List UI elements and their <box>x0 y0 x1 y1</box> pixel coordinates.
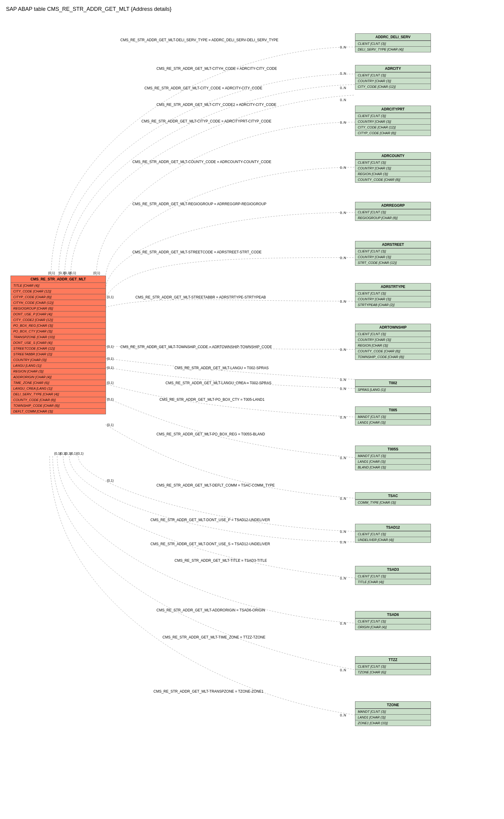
entity-field: CLIENT [CLNT (3)] <box>355 290 431 296</box>
entity-field: DEFLT_COMM [CHAR (3)] <box>11 408 106 414</box>
relation-label: CMS_RE_STR_ADDR_GET_MLT-CITY_CODE2 = ADR… <box>156 103 276 107</box>
er-diagram: CMS_RE_STR_ADDR_GET_MLT TITLE [CHAR (4)]… <box>6 18 498 816</box>
relation-label: CMS_RE_STR_ADDR_GET_MLT-COUNTY_CODE = AD… <box>132 160 271 164</box>
entity-field: COUNTY_CODE [CHAR (8)] <box>355 348 431 354</box>
cardinality-label: 0..N <box>340 86 346 90</box>
cardinality-label: {0,1} <box>107 357 114 360</box>
cardinality-label: 0..N <box>340 166 346 169</box>
entity-field: CLIENT [CLNT (3)] <box>355 663 431 669</box>
entity-field: PO_BOX_CTY [CHAR (3)] <box>11 328 106 334</box>
relation-label: CMS_RE_STR_ADDR_GET_MLT-TIME_ZONE = TTZZ… <box>162 635 265 639</box>
entity-field: DELI_SERV_TYPE [CHAR (4)] <box>11 391 106 397</box>
entity-header: TSAC <box>355 493 431 499</box>
cardinality-label: {0,1} <box>107 423 114 427</box>
entity-field: CLIENT [CLNT (3)] <box>355 573 431 579</box>
relation-label: CMS_RE_STR_ADDR_GET_MLT-STREETCODE = ADR… <box>132 250 261 254</box>
relation-label: CMS_RE_STR_ADDR_GET_MLT-DEFLT_COMM = TSA… <box>156 483 275 487</box>
cardinality-label: 0..N <box>340 378 346 382</box>
entity-field: REGION [CHAR (3)] <box>11 368 106 374</box>
entity-field: DELI_SERV_TYPE [CHAR (4)] <box>355 46 431 52</box>
entity-field: CLIENT [CLNT (3)] <box>355 531 431 537</box>
entity-field: TITLE [CHAR (4)] <box>11 283 106 288</box>
entity-field: TOWNSHIP_CODE [CHAR (8)] <box>355 354 431 360</box>
relation-label: CMS_RE_STR_ADDR_GET_MLT-DELI_SERV_TYPE =… <box>120 38 278 42</box>
entity-header: ADDRC_DELI_SERV <box>355 34 431 41</box>
entity-field: LAND1 [CHAR (3)] <box>355 419 431 425</box>
entity-field: CLIENT [CLNT (3)] <box>355 331 431 337</box>
entity-field: COUNTRY [CHAR (3)] <box>355 296 431 302</box>
entity-field: CLIENT [CLNT (3)] <box>355 159 431 165</box>
entity-header: T005S <box>355 446 431 453</box>
relation-label: CMS_RE_STR_ADDR_GET_MLT-CITY_CODE = ADRC… <box>144 86 262 90</box>
entity-field: DONT_USE_P [CHAR (4)] <box>11 311 106 317</box>
cardinality-label: {0,1} <box>93 271 100 275</box>
entity-field: STREETCODE [CHAR (12)] <box>11 345 106 351</box>
ref-entity: ADRCOUNTYCLIENT [CLNT (3)]COUNTRY [CHAR … <box>355 152 431 183</box>
entity-header: ADRREGGRP <box>355 202 431 209</box>
cardinality-label: 0..N <box>340 98 346 102</box>
entity-header: ADRCOUNTY <box>355 153 431 159</box>
relation-label: CMS_RE_STR_ADDR_GET_MLT-TRANSPZONE = TZO… <box>153 689 264 694</box>
entity-field: SPRAS [LANG (1)] <box>355 387 431 392</box>
cardinality-label: {0,1} <box>107 479 114 482</box>
relation-label: CMS_RE_STR_ADDR_GET_MLT-LANGU = T002-SPR… <box>175 366 269 370</box>
cardinality-label: {0,1} <box>70 452 77 455</box>
entity-field: MANDT [CLNT (3)] <box>355 414 431 419</box>
entity-field: COUNTRY [CHAR (3)] <box>355 165 431 171</box>
entity-field: DONT_USE_S [CHAR (4)] <box>11 340 106 345</box>
cardinality-label: 0..N <box>340 211 346 215</box>
relation-label: CMS_RE_STR_ADDR_GET_MLT-DONT_USE_S = TSA… <box>150 542 270 546</box>
entity-field: CITYP_CODE [CHAR (8)] <box>11 294 106 300</box>
relation-label: CMS_RE_STR_ADDR_GET_MLT-LANGU_CREA = T00… <box>165 381 271 385</box>
ref-entity: T002SPRAS [LANG (1)] <box>355 379 431 393</box>
entity-field: CITY_CODE [CHAR (12)] <box>355 84 431 89</box>
relation-label: CMS_RE_STR_ADDR_GET_MLT-PO_BOX_REG = T00… <box>156 432 265 436</box>
cardinality-label: 0..N <box>340 497 346 500</box>
entity-header: ADRCITYPRT <box>355 106 431 113</box>
cardinality-label: {0,1} <box>107 397 114 401</box>
cardinality-label: {0,1} <box>69 271 76 275</box>
cardinality-label: 0..N <box>340 348 346 351</box>
entity-field: CITY_CODE [CHAR (12)] <box>11 288 106 294</box>
relation-label: CMS_RE_STR_ADDR_GET_MLT-CITYH_CODE = ADR… <box>156 66 277 71</box>
entity-header: TTZZ <box>355 657 431 663</box>
entity-field: CITYH_CODE [CHAR (12)] <box>11 300 106 305</box>
entity-header: ADRCITY <box>355 65 431 72</box>
relation-label: CMS_RE_STR_ADDR_GET_MLT-ADDRORIGIN = TSA… <box>156 608 265 612</box>
entity-field: CITY_CODE2 [CHAR (12)] <box>11 317 106 323</box>
entity-field: ADDRORIGIN [CHAR (4)] <box>11 374 106 380</box>
page-title: SAP ABAP table CMS_RE_STR_ADDR_GET_MLT {… <box>6 6 498 12</box>
entity-field: MANDT [CLNT (3)] <box>355 453 431 459</box>
cardinality-label: {0,1} <box>107 295 114 299</box>
cardinality-label: {0,1} <box>107 381 114 385</box>
relation-label: CMS_RE_STR_ADDR_GET_MLT-DONT_USE_P = TSA… <box>150 518 270 522</box>
entity-field: STRT_CODE [CHAR (12)] <box>355 260 431 265</box>
entity-field: TITLE [CHAR (4)] <box>355 579 431 585</box>
entity-field: STRTYPEAB [CHAR (2)] <box>355 302 431 308</box>
cardinality-label: {0,1} <box>107 366 114 369</box>
cardinality-label: 0..N <box>340 45 346 49</box>
ref-entity: ADRREGGRPCLIENT [CLNT (3)]REGIOGROUP [CH… <box>355 202 431 221</box>
ref-entity: ADRSTRTYPECLIENT [CLNT (3)]COUNTRY [CHAR… <box>355 283 431 308</box>
entity-field: REGIOGROUP [CHAR (8)] <box>355 215 431 221</box>
cardinality-label: 0..N <box>340 576 346 580</box>
relation-label: CMS_RE_STR_ADDR_GET_MLT-REGIOGROUP = ADR… <box>132 202 266 206</box>
entity-field: PO_BOX_REG [CHAR (3)] <box>11 323 106 328</box>
relation-label: CMS_RE_STR_ADDR_GET_MLT-STREETABBR = ADR… <box>135 295 266 299</box>
ref-entity: ADRTOWNSHIPCLIENT [CLNT (3)]COUNTRY [CHA… <box>355 324 431 360</box>
entity-header: TSAD12 <box>355 524 431 531</box>
entity-field: CITYP_CODE [CHAR (8)] <box>355 130 431 136</box>
cardinality-label: 0..N <box>340 622 346 625</box>
ref-entity: TSAD3CLIENT [CLNT (3)]TITLE [CHAR (4)] <box>355 566 431 585</box>
entity-field: LAND1 [CHAR (3)] <box>355 714 431 720</box>
entity-field: COUNTRY [CHAR (3)] <box>355 119 431 124</box>
entity-header: T005 <box>355 407 431 414</box>
entity-field: STREETABBR [CHAR (2)] <box>11 351 106 357</box>
entity-field: LANGU [LANG (1)] <box>11 363 106 368</box>
entity-field: TIME_ZONE [CHAR (6)] <box>11 380 106 385</box>
main-entity: CMS_RE_STR_ADDR_GET_MLT TITLE [CHAR (4)]… <box>11 276 106 414</box>
cardinality-label: 0..N <box>340 387 346 391</box>
ref-entity: ADRCITYCLIENT [CLNT (3)]COUNTRY [CHAR (3… <box>355 65 431 90</box>
cardinality-label: 0..N <box>340 713 346 717</box>
entity-field: LANGU_CREA [LANG (1)] <box>11 385 106 391</box>
